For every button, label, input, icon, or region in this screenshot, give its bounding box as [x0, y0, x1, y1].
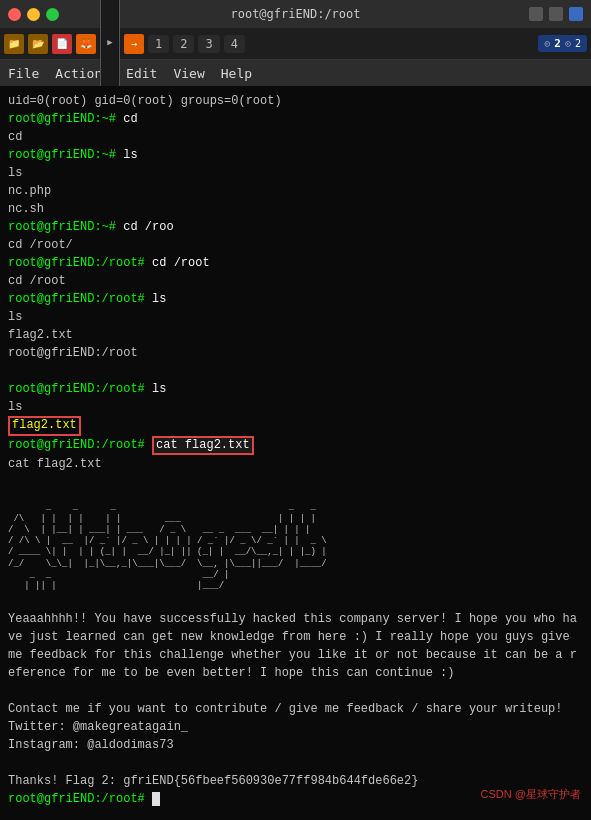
menu-help[interactable]: Help: [221, 66, 252, 81]
instagram-text: Instagram: @aldodimas73: [8, 736, 583, 754]
line-cdroot-out: cd /root: [8, 272, 583, 290]
line-cdroot: root@gfriEND:/root# cd /root: [8, 254, 583, 272]
menu-file[interactable]: File: [8, 66, 39, 81]
maximize-button[interactable]: [46, 8, 59, 21]
contact-text: Contact me if you want to contribute / g…: [8, 700, 583, 718]
line-ncsh: nc.sh: [8, 200, 583, 218]
line-rootpath: root@gfriEND:/root: [8, 344, 583, 362]
line-empty2: [8, 473, 583, 491]
minimize-button[interactable]: [27, 8, 40, 21]
tab-icon-file[interactable]: 📄: [52, 34, 72, 54]
tab-icon-firefox[interactable]: 🦊: [76, 34, 96, 54]
line-empty3: [8, 592, 583, 610]
window-title: root@gfriEND:/root: [230, 7, 360, 21]
icon2: [549, 7, 563, 21]
terminal: uid=0(root) gid=0(root) groups=0(root) r…: [0, 86, 591, 820]
tab-2[interactable]: 2: [173, 35, 194, 53]
tab-3[interactable]: 3: [198, 35, 219, 53]
line-cdroo: root@gfriEND:~# cd /roo: [8, 218, 583, 236]
menu-view[interactable]: View: [173, 66, 204, 81]
tab-icon-arrow[interactable]: →: [124, 34, 144, 54]
menubar: File Actions Edit View Help: [0, 60, 591, 86]
icon1: [529, 7, 543, 21]
tab-1[interactable]: 1: [148, 35, 169, 53]
line-cat-cmd: root@gfriEND:/root# cat flag2.txt: [8, 436, 583, 456]
line-cat-out: cat flag2.txt: [8, 455, 583, 473]
tab-icon-folder2[interactable]: 📂: [28, 34, 48, 54]
badge-number: 2: [554, 37, 561, 50]
line-empty1: [8, 362, 583, 380]
ascii-art: _ _ _ _ _ /\ | | | | | | ___ | | | | / \…: [8, 491, 583, 592]
line-uid: uid=0(root) gid=0(root) groups=0(root): [8, 92, 583, 110]
line-cd1: root@gfriEND:~# cd: [8, 110, 583, 128]
tab-4[interactable]: 4: [224, 35, 245, 53]
window-controls[interactable]: [8, 8, 59, 21]
line-cd1-out: cd: [8, 128, 583, 146]
line-empty4: [8, 682, 583, 700]
twitter-text: Twitter: @makegreatagain_: [8, 718, 583, 736]
line-ls2-out: ls: [8, 308, 583, 326]
watermark: CSDN @星球守护者: [481, 786, 581, 803]
menu-edit[interactable]: Edit: [126, 66, 157, 81]
line-flag2-highlighted: flag2.txt: [8, 416, 583, 436]
message-text: Yeaaahhhh!! You have successfully hacked…: [8, 610, 583, 682]
titlebar-right-icons: [529, 7, 583, 21]
line-ls1: root@gfriEND:~# ls: [8, 146, 583, 164]
line-ls2: root@gfriEND:/root# ls: [8, 290, 583, 308]
tab-icon-folder[interactable]: 📁: [4, 34, 24, 54]
line-flag2-1: flag2.txt: [8, 326, 583, 344]
icon3: [569, 7, 583, 21]
close-button[interactable]: [8, 8, 21, 21]
line-ls3-out: ls: [8, 398, 583, 416]
titlebar: root@gfriEND:/root: [0, 0, 591, 28]
tabbar: 📁 📂 📄 🦊 ▶ → 1 2 3 4 ⊙ 2 ⊙ 2: [0, 28, 591, 60]
tab-badge[interactable]: ⊙ 2 ⊙ 2: [538, 35, 587, 52]
line-empty5: [8, 754, 583, 772]
line-ncphp: nc.php: [8, 182, 583, 200]
line-ls1-out: ls: [8, 164, 583, 182]
line-ls3: root@gfriEND:/root# ls: [8, 380, 583, 398]
line-cdroo-out: cd /root/: [8, 236, 583, 254]
